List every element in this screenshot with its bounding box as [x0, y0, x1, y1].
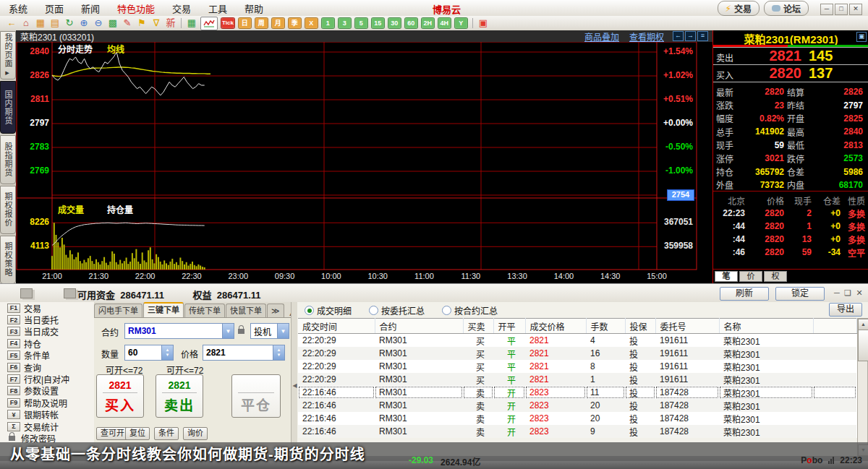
period-button-4H[interactable]: 4H [438, 17, 451, 29]
table-row[interactable]: 22:16:46RM301卖开282320投187428菜粕2301 [298, 399, 856, 412]
zoom-in-icon[interactable]: ⊕ [77, 17, 91, 30]
prev-page-icon[interactable]: ← [673, 31, 684, 41]
unlock-icon[interactable] [238, 324, 244, 337]
price-stepper[interactable]: 2821 ▲▼ [203, 345, 285, 361]
trades-scrollbar[interactable]: ▲ ▼ [857, 318, 868, 457]
tree-item-当日成交[interactable]: F3当日成交 [0, 326, 94, 337]
tree-item-行权|自对冲[interactable]: F7行权|自对冲 [0, 373, 94, 384]
time-sales-list[interactable]: 北京价格现手仓差性质22:2328202+0多换:4428201+0多换:442… [715, 194, 867, 259]
trades-header-cell[interactable]: 买卖 [463, 319, 493, 334]
contract-combobox[interactable]: RM301 ▼ [124, 323, 234, 339]
trades-header-cell[interactable]: 成交价格 [525, 319, 586, 334]
intraday-chart-plot[interactable] [16, 30, 712, 283]
period-button-60[interactable]: 60 [404, 17, 418, 29]
zoom-out-icon[interactable]: ⊖ [91, 17, 106, 30]
close-position-button[interactable]: 平仓 [231, 374, 281, 418]
close-icon[interactable]: ✕ [849, 4, 862, 15]
menu-item[interactable]: 工具 [200, 1, 236, 15]
period-button-周[interactable]: 周 [255, 17, 268, 29]
tree-item-条件单[interactable]: F5条件单 [0, 350, 94, 361]
trades-table[interactable]: 成交时间合约买卖开平成交价格手数投保委托号名称22:20:29RM301买平28… [298, 318, 857, 438]
menu-item[interactable]: 交易 [163, 1, 200, 15]
period-button-Y[interactable]: Y [454, 17, 468, 29]
back-icon[interactable]: ← [4, 17, 19, 30]
new-feature-icon[interactable]: 新 [163, 17, 178, 30]
quote-tab-价[interactable]: 价 [739, 271, 762, 282]
quantity-stepper[interactable]: 60 ▲▼ [124, 345, 174, 361]
table-row[interactable]: 22:20:29RM301买平282116投191611菜粕2301 [298, 347, 856, 360]
trades-header-cell[interactable]: 委托号 [655, 319, 719, 334]
order-tab-传统下单[interactable]: 传统下单 [184, 304, 225, 317]
export-button[interactable]: 导出 [829, 303, 862, 317]
trades-header-cell[interactable]: 投保 [625, 319, 655, 334]
draw-line-icon[interactable]: ✎ [120, 17, 135, 30]
quote-tab-权[interactable]: 权 [764, 271, 787, 282]
ask-row[interactable]: 卖出 2821 145 [713, 48, 868, 65]
menu-item[interactable]: 页面 [36, 1, 72, 15]
trades-header-cell[interactable]: 开平 [493, 319, 525, 334]
chart-window[interactable] [16, 30, 712, 283]
period-button-季[interactable]: 季 [288, 17, 302, 29]
sell-button[interactable]: 2821 卖出 [156, 374, 203, 418]
tree-item-当日委托[interactable]: F2当日委托 [0, 314, 94, 325]
pane-restore-icon[interactable]: ❏ [843, 288, 853, 298]
period-button-5[interactable]: 5 [354, 17, 368, 29]
menu-item[interactable]: 帮助 [236, 1, 272, 15]
tree-item-查询[interactable]: F6查询 [0, 361, 94, 373]
more-tabs-icon[interactable]: ≫ [267, 304, 284, 317]
lock-button[interactable]: 锁定 [775, 287, 825, 301]
next-page-icon[interactable]: → [685, 31, 696, 41]
tree-item-交易[interactable]: F1交易 [0, 302, 94, 314]
pane-close-icon[interactable]: ✕ [854, 288, 864, 298]
home-icon[interactable]: ⌂ [19, 17, 33, 30]
table-row[interactable]: 22:20:29RM301买平28211投191611菜粕2301 [298, 373, 856, 386]
table-row[interactable]: 22:20:29RM301买平28218投191611菜粕2301 [298, 360, 856, 373]
forum-button[interactable]: 论坛 [764, 1, 809, 16]
period-button-15[interactable]: 15 [371, 17, 385, 29]
panel-toggle-icon-1[interactable] [20, 288, 33, 298]
filter-icon[interactable]: ∇ [149, 17, 163, 30]
order-footer-button-条件[interactable]: 条件 [154, 427, 179, 440]
info-page-icon[interactable]: ▤ [48, 17, 62, 30]
side-tab-1[interactable]: 我的页面▸ [0, 31, 16, 79]
panel-toggle-icon-2[interactable] [64, 288, 76, 298]
order-tab-闪电手下单[interactable]: 闪电手下单 [94, 304, 142, 317]
trades-header-cell[interactable]: 手数 [586, 319, 625, 334]
panel-maximize-icon[interactable]: ▣ [856, 32, 867, 42]
maximize-icon[interactable]: □ [835, 4, 848, 15]
period-button-1[interactable]: 1 [321, 17, 335, 29]
menu-item[interactable]: 新闻 [72, 1, 109, 15]
order-footer-button-复位[interactable]: 复位 [125, 427, 150, 440]
bid-row[interactable]: 买入 2820 137 [713, 65, 868, 82]
tree-item-银期转帐[interactable]: ¥银期转帐 [0, 409, 94, 421]
side-tab-5[interactable]: 期权策略 [0, 236, 16, 284]
table-row[interactable]: 22:16:46RM301卖开282320投187428菜粕2301 [298, 412, 856, 425]
period-button-日[interactable]: 日 [238, 17, 252, 29]
quote-tab-笔[interactable]: 笔 [715, 271, 738, 282]
refresh-button[interactable]: 刷新 [720, 287, 769, 301]
quote-table-icon[interactable]: ▦ [184, 17, 199, 30]
trades-header-cell[interactable]: 名称 [719, 319, 813, 334]
side-tab-3[interactable]: 股指期货 [0, 135, 16, 184]
overlay-icon[interactable]: ▩ [106, 17, 120, 30]
order-tab-快鼠下单[interactable]: 快鼠下单 [226, 304, 266, 317]
refresh-icon[interactable]: ↻ [62, 17, 77, 30]
chart-link[interactable]: 商品叠加 [584, 33, 619, 43]
table-row[interactable]: 22:20:29RM301买平28214投191611菜粕2301 [298, 334, 856, 348]
table-row[interactable]: 22:16:46RM301卖开28239投187428菜粕2301 [298, 425, 856, 438]
tick-period-button[interactable]: Tick [221, 17, 235, 29]
menu-item[interactable]: 特色功能 [109, 1, 163, 15]
tree-item-参数设置[interactable]: F8参数设置 [0, 385, 94, 397]
chevron-down-icon[interactable]: ▼ [277, 324, 289, 338]
alert-icon[interactable]: ⚑ [135, 17, 149, 30]
menu-item[interactable]: 系统 [0, 1, 36, 15]
stepper-arrows-icon[interactable]: ▲▼ [161, 345, 173, 360]
period-button-3[interactable]: 3 [338, 17, 352, 29]
chevron-down-icon[interactable]: ▼ [222, 324, 234, 338]
order-footer-button-询价[interactable]: 询价 [183, 427, 208, 440]
chart-icon[interactable] [200, 17, 218, 30]
order-footer-button-查可开[interactable]: 查可开 [96, 427, 129, 440]
tree-item-交易统计[interactable]: Σ交易统计 [0, 421, 94, 432]
period-button-2H[interactable]: 2H [421, 17, 435, 29]
period-button-X[interactable]: X [305, 17, 318, 29]
